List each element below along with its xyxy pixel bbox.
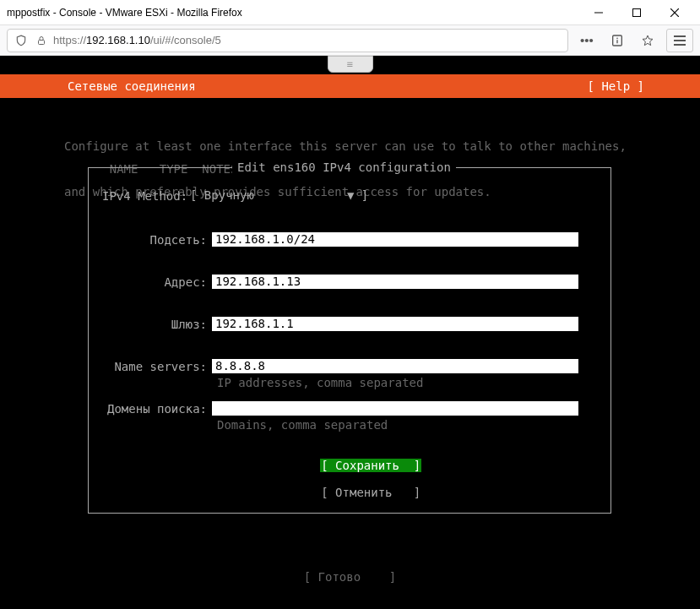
window-close-button[interactable] [655,0,693,24]
window-maximize-button[interactable] [617,0,655,24]
gateway-label: Шлюз: [89,317,212,332]
done-button[interactable]: [ Готово ] [0,569,700,585]
tracking-shield-icon [14,34,28,47]
gateway-row: Шлюз: [89,317,610,332]
window-minimize-button[interactable] [579,0,617,24]
reader-icon[interactable] [605,29,629,52]
help-button[interactable]: [ Help ] [588,79,644,93]
method-dropdown[interactable]: [ Вручную▼ ] [190,188,368,202]
footer-buttons: [ Готово ] [ Назад ] [0,539,700,609]
menu-button[interactable] [666,29,693,52]
method-row: IPv4 Method: [ Вручную▼ ] [89,188,610,204]
console-tray-handle[interactable]: ≡ [328,56,373,73]
installer-header: Сетевые соединения [ Help ] [0,74,700,98]
console-viewport: ≡ Сетевые соединения [ Help ] Configure … [0,56,700,609]
search-domains-label: Домены поиска: [89,401,212,416]
svg-rect-1 [632,8,640,16]
address-input[interactable] [212,275,578,289]
search-domains-input[interactable] [212,401,578,416]
search-domains-row: Домены поиска: [89,401,610,416]
dialog-title: Edit ens160 IPv4 configuration [232,160,456,174]
ipv4-config-dialog: Edit ens160 IPv4 configuration IPv4 Meth… [88,167,611,514]
lock-icon [35,34,48,47]
search-domains-hint: Domains, comma separated [217,418,388,432]
gateway-input[interactable] [212,317,578,331]
nameservers-hint: IP addresses, comma separated [217,376,423,389]
method-label: IPv4 Method: [89,188,190,204]
url-host: 192.168.1.10 [86,34,150,46]
address-label: Адрес: [89,275,212,290]
browser-toolbar: https://192.168.1.10/ui/#/console/5 ••• [0,25,700,56]
nameservers-row: Name servers: [89,359,610,374]
svg-point-6 [616,37,618,39]
address-row: Адрес: [89,275,610,290]
cancel-button[interactable]: [ Отменить ] [320,486,421,499]
nameservers-label: Name servers: [89,359,212,374]
subnet-label: Подсеть: [89,232,212,247]
more-icon[interactable]: ••• [575,29,599,52]
url-prefix: https:// [53,34,86,46]
dialog-buttons: [ Сохранить ] [ Отменить ] [89,445,610,513]
window-titlebar: mppostfix - Console - VMware ESXi - Mozi… [0,0,700,25]
installer-title: Сетевые соединения [68,79,196,93]
url-bar[interactable]: https://192.168.1.10/ui/#/console/5 [7,29,568,52]
svg-rect-4 [39,40,45,44]
bookmark-star-icon[interactable] [636,29,659,52]
nameservers-input[interactable] [212,359,578,373]
window-title: mppostfix - Console - VMware ESXi - Mozi… [7,7,579,19]
subnet-row: Подсеть: [89,232,610,247]
save-button[interactable]: [ Сохранить ] [320,459,421,472]
url-path: /ui/#/console/5 [150,34,221,46]
subnet-input[interactable] [212,232,578,247]
